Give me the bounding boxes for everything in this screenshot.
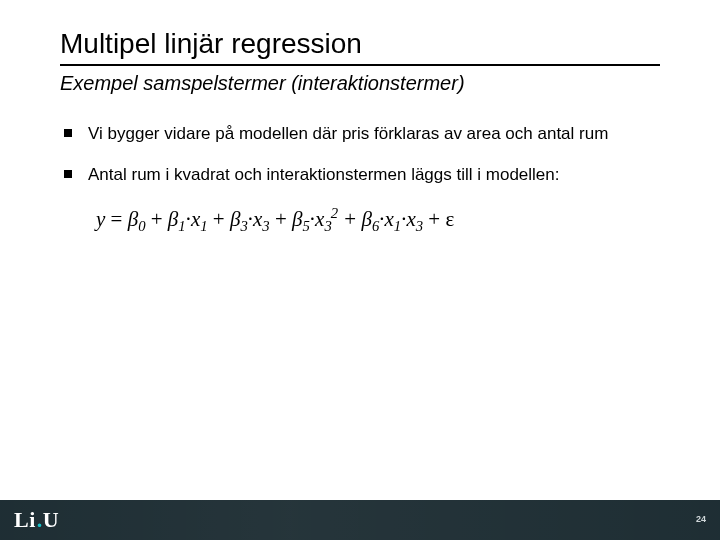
liu-logo: Li.U [14, 507, 59, 533]
x6a: x [384, 207, 393, 231]
x5: x [315, 207, 324, 231]
plus: + [208, 207, 230, 231]
sub3: 3 [240, 218, 247, 234]
bullet-item: Vi bygger vidare på modellen där pris fö… [88, 123, 660, 146]
var-y: y [96, 207, 105, 231]
logo-letter-l: L [14, 507, 29, 533]
slide: Multipel linjär regression Exempel samsp… [0, 0, 720, 540]
beta1: β [168, 207, 178, 231]
beta5: β [292, 207, 302, 231]
sub5: 5 [302, 218, 309, 234]
sup2: 2 [331, 205, 338, 221]
subx1: 1 [200, 218, 207, 234]
logo-letter-i: i [29, 507, 36, 533]
subx3: 3 [262, 218, 269, 234]
sub1: 1 [178, 218, 185, 234]
subx6b: 3 [416, 218, 423, 234]
equals: = [105, 207, 127, 231]
x3: x [253, 207, 262, 231]
x1: x [191, 207, 200, 231]
x6b: x [406, 207, 415, 231]
title-rule [60, 64, 660, 66]
beta3: β [230, 207, 240, 231]
plus: + [270, 207, 292, 231]
logo-letter-u: U [43, 507, 59, 533]
slide-content: Multipel linjär regression Exempel samsp… [0, 0, 720, 235]
slide-subtitle: Exempel samspelstermer (interaktionsterm… [60, 72, 660, 95]
slide-footer: Li.U 24 [0, 500, 720, 540]
slide-title: Multipel linjär regression [60, 28, 660, 60]
beta6: β [361, 207, 371, 231]
plus-eps: + ε [423, 207, 454, 231]
regression-formula: y = β0 + β1∙x1 + β3∙x3 + β5∙x32 + β6∙x1∙… [96, 205, 660, 235]
plus: + [145, 207, 167, 231]
bullet-list: Vi bygger vidare på modellen där pris fö… [60, 123, 660, 187]
beta0: β [128, 207, 138, 231]
plus: + [339, 207, 361, 231]
bullet-item: Antal rum i kvadrat och interaktionsterm… [88, 164, 660, 187]
page-number: 24 [696, 514, 706, 526]
